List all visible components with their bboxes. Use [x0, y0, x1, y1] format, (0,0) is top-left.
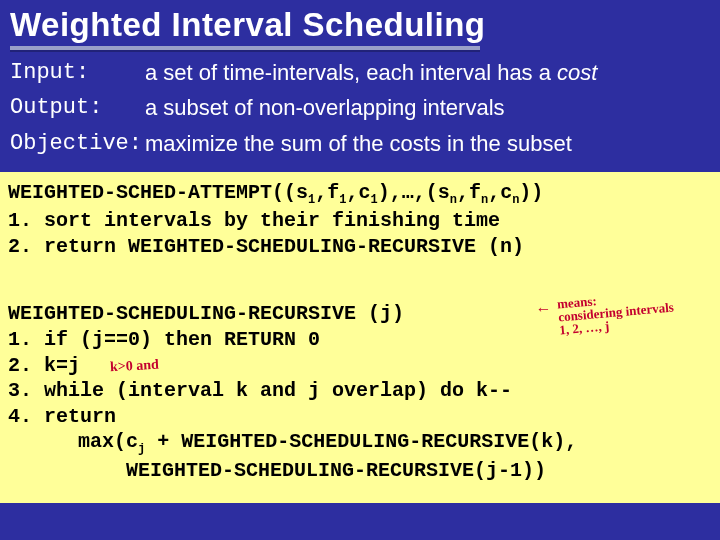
code-gap	[0, 269, 720, 287]
code-line: 4. return	[8, 404, 712, 430]
slide: Weighted Interval Scheduling Input: a se…	[0, 0, 720, 540]
code-line: 2. k=j	[8, 353, 712, 379]
code-block-attempt: WEIGHTED-SCHED-ATTEMPT((s1,f1,c1),…,(sn,…	[0, 172, 720, 270]
code-block-recursive: ← means: considering intervals 1, 2, …, …	[0, 287, 720, 503]
def-label: Output:	[10, 95, 145, 120]
code-line: WEIGHTED-SCHEDULING-RECURSIVE (j)	[8, 301, 712, 327]
t: ,f	[457, 181, 481, 204]
code-line: max(cj + WEIGHTED-SCHEDULING-RECURSIVE(k…	[8, 429, 712, 457]
def-text: maximize the sum of the costs in the sub…	[145, 131, 710, 156]
def-text-part: a set of time-intervals, each interval h…	[145, 60, 557, 85]
t: + WEIGHTED-SCHEDULING-RECURSIVE(k),	[145, 430, 577, 453]
t: ,f	[315, 181, 339, 204]
code-line: 3. while (interval k and j overlap) do k…	[8, 378, 712, 404]
t: ,c	[346, 181, 370, 204]
def-text: a set of time-intervals, each interval h…	[145, 60, 710, 85]
slide-title: Weighted Interval Scheduling	[0, 0, 720, 44]
t: WEIGHTED-SCHED-ATTEMPT((s	[8, 181, 308, 204]
code-line: WEIGHTED-SCHEDULING-RECURSIVE(j-1))	[8, 458, 712, 484]
def-input: Input: a set of time-intervals, each int…	[10, 60, 710, 85]
t: ))	[519, 181, 543, 204]
definitions: Input: a set of time-intervals, each int…	[0, 60, 720, 172]
title-underline	[10, 46, 480, 50]
def-label: Input:	[10, 60, 145, 85]
t: max(c	[78, 430, 138, 453]
t: ,c	[488, 181, 512, 204]
def-output: Output: a subset of non-overlapping inte…	[10, 95, 710, 120]
def-label: Objective:	[10, 131, 145, 156]
def-text: a subset of non-overlapping intervals	[145, 95, 710, 120]
code-line: WEIGHTED-SCHED-ATTEMPT((s1,f1,c1),…,(sn,…	[8, 180, 712, 208]
def-text-cost: cost	[557, 60, 597, 85]
t: ),…,(s	[378, 181, 450, 204]
def-objective: Objective: maximize the sum of the costs…	[10, 131, 710, 156]
sub: 1	[371, 193, 378, 207]
code-line: 1. if (j==0) then RETURN 0	[8, 327, 712, 353]
sub: n	[450, 193, 457, 207]
code-line: 2. return WEIGHTED-SCHEDULING-RECURSIVE …	[8, 234, 712, 260]
code-line: 1. sort intervals by their finishing tim…	[8, 208, 712, 234]
